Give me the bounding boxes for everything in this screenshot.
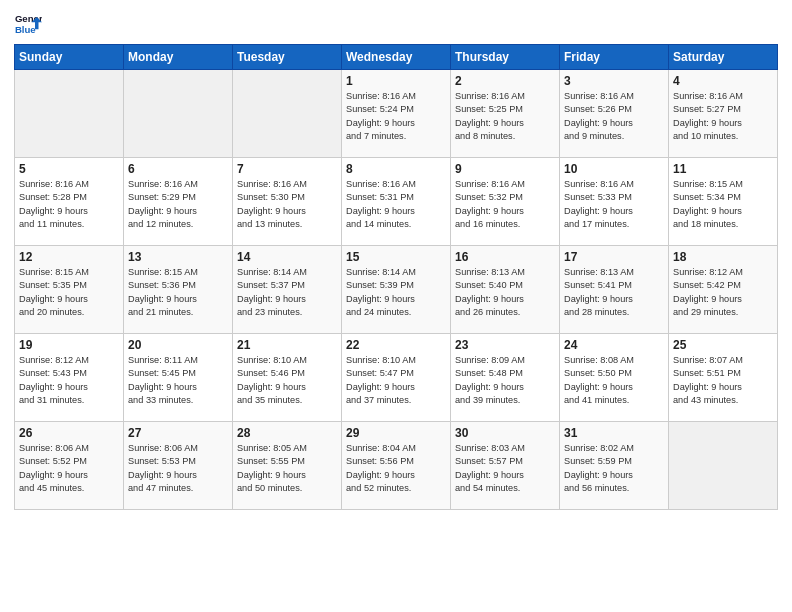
day-info: Sunrise: 8:11 AM Sunset: 5:45 PM Dayligh… — [128, 354, 228, 407]
calendar-cell: 20Sunrise: 8:11 AM Sunset: 5:45 PM Dayli… — [124, 334, 233, 422]
day-number: 27 — [128, 426, 228, 440]
day-info: Sunrise: 8:16 AM Sunset: 5:27 PM Dayligh… — [673, 90, 773, 143]
day-info: Sunrise: 8:12 AM Sunset: 5:43 PM Dayligh… — [19, 354, 119, 407]
day-number: 9 — [455, 162, 555, 176]
day-header-sunday: Sunday — [15, 45, 124, 70]
day-number: 7 — [237, 162, 337, 176]
calendar-cell: 31Sunrise: 8:02 AM Sunset: 5:59 PM Dayli… — [560, 422, 669, 510]
day-number: 25 — [673, 338, 773, 352]
calendar-cell: 30Sunrise: 8:03 AM Sunset: 5:57 PM Dayli… — [451, 422, 560, 510]
calendar-cell: 16Sunrise: 8:13 AM Sunset: 5:40 PM Dayli… — [451, 246, 560, 334]
day-info: Sunrise: 8:16 AM Sunset: 5:33 PM Dayligh… — [564, 178, 664, 231]
day-number: 28 — [237, 426, 337, 440]
day-info: Sunrise: 8:14 AM Sunset: 5:39 PM Dayligh… — [346, 266, 446, 319]
day-header-wednesday: Wednesday — [342, 45, 451, 70]
day-number: 4 — [673, 74, 773, 88]
calendar-cell: 1Sunrise: 8:16 AM Sunset: 5:24 PM Daylig… — [342, 70, 451, 158]
day-number: 18 — [673, 250, 773, 264]
calendar-cell: 11Sunrise: 8:15 AM Sunset: 5:34 PM Dayli… — [669, 158, 778, 246]
day-number: 19 — [19, 338, 119, 352]
day-number: 13 — [128, 250, 228, 264]
calendar-cell: 18Sunrise: 8:12 AM Sunset: 5:42 PM Dayli… — [669, 246, 778, 334]
calendar-cell: 7Sunrise: 8:16 AM Sunset: 5:30 PM Daylig… — [233, 158, 342, 246]
day-info: Sunrise: 8:15 AM Sunset: 5:35 PM Dayligh… — [19, 266, 119, 319]
logo: General Blue — [14, 10, 42, 38]
calendar-cell: 4Sunrise: 8:16 AM Sunset: 5:27 PM Daylig… — [669, 70, 778, 158]
calendar-cell — [233, 70, 342, 158]
day-header-friday: Friday — [560, 45, 669, 70]
logo-icon: General Blue — [14, 10, 42, 38]
calendar-week-row: 19Sunrise: 8:12 AM Sunset: 5:43 PM Dayli… — [15, 334, 778, 422]
day-number: 23 — [455, 338, 555, 352]
day-info: Sunrise: 8:16 AM Sunset: 5:28 PM Dayligh… — [19, 178, 119, 231]
day-number: 24 — [564, 338, 664, 352]
day-number: 12 — [19, 250, 119, 264]
day-number: 31 — [564, 426, 664, 440]
day-info: Sunrise: 8:16 AM Sunset: 5:32 PM Dayligh… — [455, 178, 555, 231]
calendar-week-row: 5Sunrise: 8:16 AM Sunset: 5:28 PM Daylig… — [15, 158, 778, 246]
calendar-header-row: SundayMondayTuesdayWednesdayThursdayFrid… — [15, 45, 778, 70]
day-number: 17 — [564, 250, 664, 264]
day-info: Sunrise: 8:16 AM Sunset: 5:24 PM Dayligh… — [346, 90, 446, 143]
calendar-cell: 5Sunrise: 8:16 AM Sunset: 5:28 PM Daylig… — [15, 158, 124, 246]
calendar-cell: 8Sunrise: 8:16 AM Sunset: 5:31 PM Daylig… — [342, 158, 451, 246]
day-header-thursday: Thursday — [451, 45, 560, 70]
calendar-cell: 25Sunrise: 8:07 AM Sunset: 5:51 PM Dayli… — [669, 334, 778, 422]
calendar-cell: 23Sunrise: 8:09 AM Sunset: 5:48 PM Dayli… — [451, 334, 560, 422]
calendar-cell: 28Sunrise: 8:05 AM Sunset: 5:55 PM Dayli… — [233, 422, 342, 510]
day-number: 5 — [19, 162, 119, 176]
day-number: 8 — [346, 162, 446, 176]
calendar-week-row: 12Sunrise: 8:15 AM Sunset: 5:35 PM Dayli… — [15, 246, 778, 334]
day-number: 26 — [19, 426, 119, 440]
calendar-cell: 29Sunrise: 8:04 AM Sunset: 5:56 PM Dayli… — [342, 422, 451, 510]
day-info: Sunrise: 8:16 AM Sunset: 5:30 PM Dayligh… — [237, 178, 337, 231]
calendar-week-row: 1Sunrise: 8:16 AM Sunset: 5:24 PM Daylig… — [15, 70, 778, 158]
day-info: Sunrise: 8:02 AM Sunset: 5:59 PM Dayligh… — [564, 442, 664, 495]
day-info: Sunrise: 8:16 AM Sunset: 5:25 PM Dayligh… — [455, 90, 555, 143]
day-info: Sunrise: 8:16 AM Sunset: 5:26 PM Dayligh… — [564, 90, 664, 143]
day-header-tuesday: Tuesday — [233, 45, 342, 70]
day-info: Sunrise: 8:06 AM Sunset: 5:52 PM Dayligh… — [19, 442, 119, 495]
day-info: Sunrise: 8:06 AM Sunset: 5:53 PM Dayligh… — [128, 442, 228, 495]
day-info: Sunrise: 8:13 AM Sunset: 5:40 PM Dayligh… — [455, 266, 555, 319]
day-number: 2 — [455, 74, 555, 88]
calendar-cell: 22Sunrise: 8:10 AM Sunset: 5:47 PM Dayli… — [342, 334, 451, 422]
calendar-cell — [124, 70, 233, 158]
calendar-cell: 24Sunrise: 8:08 AM Sunset: 5:50 PM Dayli… — [560, 334, 669, 422]
calendar-cell: 21Sunrise: 8:10 AM Sunset: 5:46 PM Dayli… — [233, 334, 342, 422]
calendar-cell: 13Sunrise: 8:15 AM Sunset: 5:36 PM Dayli… — [124, 246, 233, 334]
day-number: 11 — [673, 162, 773, 176]
calendar-cell: 2Sunrise: 8:16 AM Sunset: 5:25 PM Daylig… — [451, 70, 560, 158]
day-info: Sunrise: 8:14 AM Sunset: 5:37 PM Dayligh… — [237, 266, 337, 319]
day-info: Sunrise: 8:13 AM Sunset: 5:41 PM Dayligh… — [564, 266, 664, 319]
calendar-cell: 17Sunrise: 8:13 AM Sunset: 5:41 PM Dayli… — [560, 246, 669, 334]
day-number: 10 — [564, 162, 664, 176]
day-info: Sunrise: 8:10 AM Sunset: 5:46 PM Dayligh… — [237, 354, 337, 407]
day-number: 3 — [564, 74, 664, 88]
calendar-cell: 14Sunrise: 8:14 AM Sunset: 5:37 PM Dayli… — [233, 246, 342, 334]
calendar-cell: 15Sunrise: 8:14 AM Sunset: 5:39 PM Dayli… — [342, 246, 451, 334]
day-number: 21 — [237, 338, 337, 352]
page-container: General Blue SundayMondayTuesdayWednesda… — [0, 0, 792, 518]
calendar-cell: 27Sunrise: 8:06 AM Sunset: 5:53 PM Dayli… — [124, 422, 233, 510]
day-info: Sunrise: 8:09 AM Sunset: 5:48 PM Dayligh… — [455, 354, 555, 407]
day-number: 15 — [346, 250, 446, 264]
day-info: Sunrise: 8:05 AM Sunset: 5:55 PM Dayligh… — [237, 442, 337, 495]
day-number: 22 — [346, 338, 446, 352]
day-number: 1 — [346, 74, 446, 88]
day-header-saturday: Saturday — [669, 45, 778, 70]
day-number: 14 — [237, 250, 337, 264]
day-info: Sunrise: 8:03 AM Sunset: 5:57 PM Dayligh… — [455, 442, 555, 495]
header: General Blue — [14, 10, 778, 38]
day-number: 30 — [455, 426, 555, 440]
day-info: Sunrise: 8:16 AM Sunset: 5:31 PM Dayligh… — [346, 178, 446, 231]
calendar-cell: 12Sunrise: 8:15 AM Sunset: 5:35 PM Dayli… — [15, 246, 124, 334]
day-number: 16 — [455, 250, 555, 264]
day-info: Sunrise: 8:15 AM Sunset: 5:34 PM Dayligh… — [673, 178, 773, 231]
day-info: Sunrise: 8:16 AM Sunset: 5:29 PM Dayligh… — [128, 178, 228, 231]
day-info: Sunrise: 8:15 AM Sunset: 5:36 PM Dayligh… — [128, 266, 228, 319]
day-number: 6 — [128, 162, 228, 176]
svg-text:Blue: Blue — [15, 24, 36, 35]
calendar-cell: 10Sunrise: 8:16 AM Sunset: 5:33 PM Dayli… — [560, 158, 669, 246]
day-info: Sunrise: 8:10 AM Sunset: 5:47 PM Dayligh… — [346, 354, 446, 407]
